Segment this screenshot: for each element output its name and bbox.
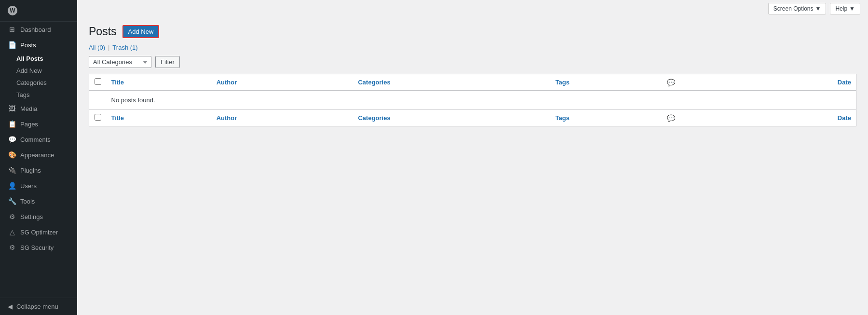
col-header-categories: Categories bbox=[353, 74, 550, 91]
content-area: Posts Add New All (0) | Trash (1) All Ca… bbox=[77, 17, 868, 315]
users-icon: 👤 bbox=[8, 182, 16, 190]
sidebar-item-tools[interactable]: 🔧 Tools bbox=[0, 193, 77, 209]
select-all-checkbox[interactable] bbox=[95, 78, 101, 85]
table-header-row: Title Author Categories Tags 💬 Date bbox=[89, 74, 856, 91]
trash-label: Trash bbox=[112, 44, 128, 51]
col-header-author: Author bbox=[212, 74, 353, 91]
sidebar-item-comments[interactable]: 💬 Comments bbox=[0, 132, 77, 147]
categories-select[interactable]: All Categories bbox=[89, 56, 151, 68]
col-footer-date[interactable]: Date bbox=[746, 110, 856, 126]
sidebar-item-label: Dashboard bbox=[20, 26, 51, 33]
subfilter-nav: All (0) | Trash (1) bbox=[89, 44, 856, 51]
title-footer-sort-link[interactable]: Title bbox=[111, 114, 124, 122]
no-posts-row: No posts found. bbox=[89, 91, 856, 110]
pages-icon: 📋 bbox=[8, 120, 16, 128]
sidebar-item-plugins[interactable]: 🔌 Plugins bbox=[0, 163, 77, 178]
col-footer-cb bbox=[89, 110, 107, 126]
sidebar-item-label: Pages bbox=[20, 121, 38, 128]
sidebar-item-sg-security[interactable]: ⚙ SG Security bbox=[0, 240, 77, 255]
collapse-label: Collapse menu bbox=[16, 303, 58, 310]
filter-button[interactable]: Filter bbox=[155, 56, 180, 68]
sg-security-icon: ⚙ bbox=[8, 244, 16, 251]
sidebar-item-label: SG Optimizer bbox=[20, 229, 58, 236]
help-button[interactable]: Help ▼ bbox=[830, 3, 860, 14]
collapse-menu-button[interactable]: ◀ Collapse menu bbox=[0, 298, 77, 315]
help-label: Help bbox=[835, 5, 847, 12]
help-chevron-icon: ▼ bbox=[849, 5, 855, 12]
select-all-bottom-checkbox[interactable] bbox=[95, 114, 101, 121]
title-sort-link[interactable]: Title bbox=[111, 79, 124, 86]
screen-options-label: Screen Options bbox=[773, 5, 814, 12]
comments-header-icon: 💬 bbox=[667, 79, 675, 86]
settings-icon: ⚙ bbox=[8, 213, 16, 220]
page-header: Posts Add New bbox=[89, 25, 856, 38]
collapse-icon: ◀ bbox=[8, 303, 13, 310]
sidebar-item-label: Posts bbox=[20, 41, 36, 49]
sidebar-item-label: Comments bbox=[20, 136, 51, 143]
appearance-icon: 🎨 bbox=[8, 151, 16, 159]
dashboard-icon: ⊞ bbox=[8, 26, 16, 33]
sidebar-item-label: Media bbox=[20, 105, 37, 112]
main-content: Screen Options ▼ Help ▼ Posts Add New Al… bbox=[77, 0, 868, 315]
filter-separator: | bbox=[108, 44, 109, 51]
sidebar-subitem-tags[interactable]: Tags bbox=[0, 89, 77, 101]
plugins-icon: 🔌 bbox=[8, 166, 16, 174]
col-footer-comments: 💬 bbox=[662, 110, 746, 126]
col-header-comments: 💬 bbox=[662, 74, 746, 91]
filter-bar: All Categories Filter bbox=[89, 56, 856, 68]
all-label: All bbox=[89, 44, 95, 51]
sidebar-item-label: Plugins bbox=[20, 167, 41, 174]
no-posts-cb bbox=[89, 91, 107, 110]
sidebar-subitem-all-posts[interactable]: All Posts bbox=[0, 53, 77, 65]
sidebar-item-pages[interactable]: 📋 Pages bbox=[0, 116, 77, 132]
trash-filter-link[interactable]: Trash (1) bbox=[112, 44, 137, 51]
sidebar-item-posts[interactable]: 📄 Posts bbox=[0, 37, 77, 53]
col-footer-categories: Categories bbox=[353, 110, 550, 126]
media-icon: 🖼 bbox=[8, 105, 16, 112]
sidebar-logo[interactable]: W bbox=[0, 0, 77, 22]
date-sort-link[interactable]: Date bbox=[838, 79, 851, 86]
date-footer-sort-link[interactable]: Date bbox=[838, 114, 851, 122]
sidebar-item-label: Tools bbox=[20, 198, 35, 205]
sidebar-item-appearance[interactable]: 🎨 Appearance bbox=[0, 147, 77, 163]
no-posts-message: No posts found. bbox=[107, 91, 856, 110]
col-header-tags: Tags bbox=[551, 74, 663, 91]
comments-icon: 💬 bbox=[8, 136, 16, 143]
tools-icon: 🔧 bbox=[8, 197, 16, 205]
page-title: Posts bbox=[89, 25, 117, 38]
all-count: (0) bbox=[97, 44, 105, 51]
sidebar-item-users[interactable]: 👤 Users bbox=[0, 178, 77, 193]
col-header-date[interactable]: Date bbox=[746, 74, 856, 91]
table-header: Title Author Categories Tags 💬 Date bbox=[89, 74, 856, 91]
posts-icon: 📄 bbox=[8, 41, 16, 49]
screen-options-chevron-icon: ▼ bbox=[815, 5, 821, 12]
col-footer-author: Author bbox=[212, 110, 353, 126]
sidebar-item-label: Users bbox=[20, 182, 37, 190]
sidebar-subitem-categories[interactable]: Categories bbox=[0, 77, 77, 89]
sg-optimizer-icon: △ bbox=[8, 228, 16, 236]
col-footer-tags: Tags bbox=[551, 110, 663, 126]
sidebar-item-label: Appearance bbox=[20, 151, 54, 159]
screen-options-button[interactable]: Screen Options ▼ bbox=[768, 3, 827, 14]
posts-table: Title Author Categories Tags 💬 Date N bbox=[89, 74, 856, 126]
col-header-title[interactable]: Title bbox=[107, 74, 212, 91]
sidebar-item-dashboard[interactable]: ⊞ Dashboard bbox=[0, 22, 77, 37]
sidebar-subitem-add-new[interactable]: Add New bbox=[0, 65, 77, 77]
sidebar-item-label: SG Security bbox=[20, 244, 54, 251]
table-row-footer: Title Author Categories Tags 💬 Date bbox=[89, 110, 856, 126]
comments-footer-icon: 💬 bbox=[667, 114, 675, 122]
sidebar-item-settings[interactable]: ⚙ Settings bbox=[0, 209, 77, 224]
sidebar-item-label: Settings bbox=[20, 213, 43, 220]
col-footer-title[interactable]: Title bbox=[107, 110, 212, 126]
sidebar: W ⊞ Dashboard 📄 Posts All Posts Add New … bbox=[0, 0, 77, 315]
wordpress-icon: W bbox=[8, 6, 17, 15]
sidebar-item-sg-optimizer[interactable]: △ SG Optimizer bbox=[0, 224, 77, 240]
topbar: Screen Options ▼ Help ▼ bbox=[77, 0, 868, 17]
sidebar-item-media[interactable]: 🖼 Media bbox=[0, 101, 77, 116]
col-header-cb bbox=[89, 74, 107, 91]
all-posts-filter-link[interactable]: All (0) bbox=[89, 44, 105, 51]
table-body: No posts found. Title Author Categories … bbox=[89, 91, 856, 126]
trash-count: (1) bbox=[130, 44, 138, 51]
add-new-button[interactable]: Add New bbox=[122, 25, 160, 38]
